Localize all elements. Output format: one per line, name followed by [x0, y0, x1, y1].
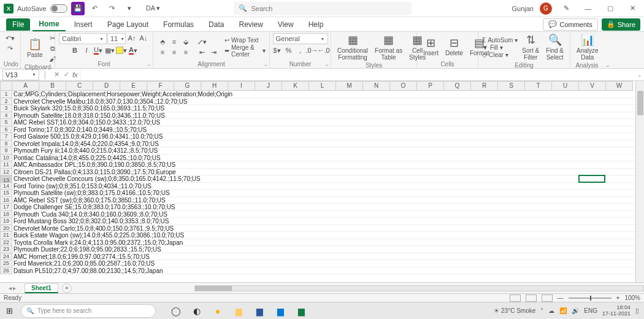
minimize-button[interactable]: ― — [580, 2, 596, 15]
col-header-L[interactable]: L — [309, 81, 336, 91]
row-header[interactable]: 21 — [0, 232, 12, 239]
decrease-decimal[interactable]: ←.0 — [318, 45, 329, 55]
col-header-B[interactable]: B — [39, 81, 66, 91]
cell-a7[interactable]: Ford Galaxie 500;15.0;8;429.0;198.0;4341… — [12, 133, 635, 140]
cortana-icon[interactable]: ◐ — [189, 303, 205, 319]
search-box[interactable]: 🔍 Search — [234, 2, 412, 15]
row-header[interactable]: 15 — [0, 190, 12, 197]
col-header-U[interactable]: U — [552, 81, 579, 91]
avatar[interactable]: G — [540, 2, 552, 15]
autosave-toggle[interactable] — [50, 4, 67, 13]
comments-button[interactable]: 💬 Comments — [543, 18, 597, 31]
col-header-G[interactable]: G — [174, 81, 201, 91]
cell-a10[interactable]: Pontiac Catalina;14.0;8;455.0;225.0;4425… — [12, 155, 635, 162]
row-header[interactable]: 10 — [0, 155, 12, 162]
col-header-C[interactable]: C — [66, 81, 93, 91]
bold-button[interactable]: B — [69, 45, 80, 55]
col-header-A[interactable]: A — [12, 81, 39, 91]
comma-format[interactable]: , — [295, 45, 306, 55]
percent-format[interactable]: % — [283, 45, 294, 55]
cell-a18[interactable]: Plymouth 'Cuda 340;14.0;8;340.0;160.0;36… — [12, 211, 635, 218]
number-format[interactable]: General▼ — [273, 33, 328, 44]
cell-a14[interactable]: Ford Torino (sw);0;8;351.0;153.0;4034.;1… — [12, 183, 635, 190]
cell-a3[interactable]: Buick Skylark 320;15.0;8;350.0;165.0;369… — [12, 105, 635, 112]
col-header-N[interactable]: N — [363, 81, 390, 91]
cell-a11[interactable]: AMC Ambassador DPL;15.0;8;390.0;190.0;38… — [12, 161, 635, 169]
row-header[interactable]: 25 — [0, 260, 12, 267]
zoom-out[interactable]: ― — [558, 294, 564, 301]
row-header[interactable]: 12 — [0, 169, 12, 176]
qat-dropdown[interactable]: ▾ — [123, 2, 136, 15]
tab-file[interactable]: File — [6, 18, 30, 31]
font-color[interactable]: A▾ — [128, 45, 139, 55]
fill-color[interactable]: ▾ — [116, 45, 127, 55]
cell-a25[interactable]: Ford Maverick;21.0;6;200.0;85.00;2587.;1… — [12, 260, 635, 267]
col-header-S[interactable]: S — [498, 81, 525, 91]
col-header-P[interactable]: P — [417, 81, 444, 91]
cell-a17[interactable]: Dodge Challenger SE;15.0;8;383.0;170.0;3… — [12, 204, 635, 211]
volume-icon[interactable]: 🔊 — [572, 307, 579, 314]
row-header[interactable]: 7 — [0, 133, 12, 140]
tab-data[interactable]: Data — [202, 18, 230, 31]
merge-center[interactable]: ⬌ Merge & Center ▾ — [224, 44, 266, 58]
cell-a15[interactable]: Plymouth Satellite (sw);0;8;383.0;175.0;… — [12, 190, 635, 197]
align-bottom[interactable]: ⬙ — [180, 37, 191, 47]
cell-a20[interactable]: Chevrolet Monte Carlo;15.0;8;400.0;150.0… — [12, 225, 635, 233]
start-button[interactable]: ⊞ — [0, 306, 18, 315]
row-header[interactable]: 26 — [0, 267, 12, 275]
format-as-table[interactable]: ▦Format as Table — [372, 33, 405, 62]
tab-page-layout[interactable]: Page Layout — [101, 18, 155, 31]
align-top[interactable]: ⬘ — [157, 37, 168, 47]
cell-a4[interactable]: Plymouth Satellite;18.0;8;318.0;150.0;34… — [12, 112, 635, 120]
chrome-icon[interactable]: ● — [210, 303, 226, 319]
col-header-T[interactable]: T — [525, 81, 552, 91]
explorer-icon[interactable]: ▆ — [231, 303, 247, 319]
zoom-slider[interactable] — [569, 298, 611, 299]
increase-decimal[interactable]: .0→ — [307, 45, 318, 55]
col-header-Q[interactable]: Q — [444, 81, 471, 91]
cell-a6[interactable]: Ford Torino;17.0;8;302.0;140.0;3449.;10.… — [12, 126, 635, 134]
cell-a9[interactable]: Plymouth Fury iii;14.0;8;440.0;215.0;431… — [12, 147, 635, 155]
weather-widget[interactable]: ☀ 23°C Smoke — [494, 307, 535, 314]
col-header-F[interactable]: F — [147, 81, 174, 91]
word-icon[interactable]: ▆ — [251, 303, 267, 319]
clear[interactable]: ◇ Clear ▾ — [482, 52, 518, 58]
share-button[interactable]: 🔒 Share — [602, 18, 640, 31]
close-button[interactable]: ✕ — [624, 2, 640, 15]
cell-a16[interactable]: AMC Rebel SST (sw);0;8;360.0;175.0;3850.… — [12, 197, 635, 204]
cancel-icon[interactable]: ✕ — [52, 71, 61, 79]
increase-indent[interactable]: ⇥ — [208, 47, 219, 57]
store-icon[interactable]: ▆ — [272, 303, 288, 319]
row-header[interactable]: 23 — [0, 246, 12, 253]
insert-cells[interactable]: ⊞Insert — [421, 36, 441, 58]
decrease-indent[interactable]: ⇤ — [196, 47, 207, 57]
col-header-V[interactable]: V — [579, 81, 606, 91]
collapse-ribbon[interactable]: ⌄ — [604, 32, 612, 68]
row-header[interactable]: 18 — [0, 211, 12, 218]
row-header[interactable]: 16 — [0, 197, 12, 204]
language-indicator[interactable]: ENG — [584, 307, 597, 314]
borders-button[interactable]: ▦▾ — [104, 45, 115, 55]
fill[interactable]: ▼ Fill ▾ — [482, 44, 518, 51]
page-break-view[interactable] — [542, 294, 553, 302]
horizontal-scrollbar[interactable] — [194, 285, 644, 291]
tab-home[interactable]: Home — [33, 18, 65, 31]
row-header[interactable]: 22 — [0, 239, 12, 247]
row-header[interactable]: 14 — [0, 183, 12, 190]
row-header[interactable]: 4 — [0, 112, 12, 120]
row-header[interactable]: 8 — [0, 140, 12, 148]
delete-cells[interactable]: ⊟Delete — [443, 36, 466, 58]
tab-insert[interactable]: Insert — [68, 18, 99, 31]
sheet-tab[interactable]: Sheet1 — [25, 283, 58, 293]
col-header-J[interactable]: J — [255, 81, 282, 91]
row-header[interactable]: 9 — [0, 147, 12, 155]
expand-formula-bar[interactable]: ⌄ — [635, 72, 644, 78]
save-button[interactable]: 💾 — [71, 2, 85, 15]
col-header-M[interactable]: M — [336, 81, 363, 91]
align-left[interactable]: ≡ — [157, 47, 168, 57]
notifications-icon[interactable]: ▯ — [635, 307, 639, 314]
row-header[interactable]: 20 — [0, 225, 12, 233]
col-header-D[interactable]: D — [93, 81, 120, 91]
cell-a12[interactable]: Citroen DS-21 Pallas;0;4;133.0;115.0;309… — [12, 169, 635, 176]
row-header[interactable]: 24 — [0, 253, 12, 261]
